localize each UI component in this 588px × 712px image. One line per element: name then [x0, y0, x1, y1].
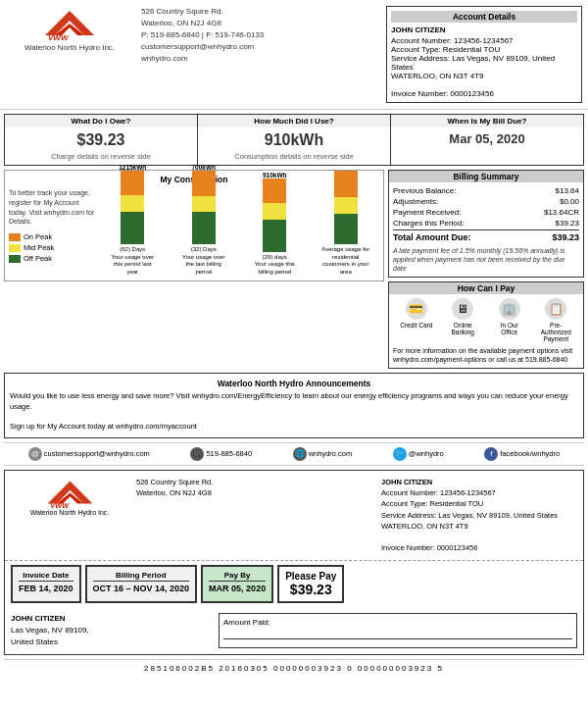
bars-container: 1215kWh(62) Days Your usage over this pe…	[99, 188, 379, 277]
credit-card-icon: 💳	[406, 298, 427, 320]
billing-row-adjustments: Adjustments: $0.00	[393, 197, 579, 206]
billing-period-label: Billing Period	[93, 571, 190, 582]
billing-period-cell: Billing Period OCT 16 – NOV 14, 2020	[85, 565, 198, 603]
owe-sub: Charge details on reverse side	[9, 152, 193, 161]
office-icon: 🏢	[499, 298, 520, 320]
on-peak-label: On Peak	[24, 232, 52, 241]
web-icon: 🌐	[293, 447, 307, 461]
social-web: 🌐 wnhydro.com	[293, 447, 353, 461]
billing-total: Total Amount Due: $39.23	[393, 229, 579, 242]
mid-peak-color	[9, 244, 21, 252]
due-value: Mar 05, 2020	[395, 131, 579, 146]
chart-area: To better track your usage, register for…	[9, 188, 379, 277]
owe-cell: What Do I Owe? $39.23 Charge details on …	[5, 115, 198, 165]
register-text: To better track your usage, register for…	[9, 188, 97, 227]
barcode-text: 285106002B5 20160305 00000003923 0 00000…	[144, 664, 444, 673]
billing-box: Billing Summary Previous Balance: $13.64…	[388, 170, 584, 278]
customer-address: JOHN CITIZEN Las Vegas, NV 89109, United…	[11, 613, 207, 648]
amount-paid-box: Amount Paid:	[219, 613, 577, 648]
pay-preauth: 📋 Pre-Authorized Payment	[538, 298, 573, 342]
amount-paid-label: Amount Paid:	[223, 618, 572, 627]
legend-off-peak: Off Peak	[9, 254, 97, 263]
pay-credit-card: 💳 Credit Card	[399, 298, 434, 342]
header: VWW Waterloo North Hydro Inc. 526 Countr…	[0, 0, 588, 110]
summary-row: What Do I Owe? $39.23 Charge details on …	[4, 114, 584, 166]
remittance-address: 526 Country Squire Rd. Waterloo, ON N2J …	[136, 477, 373, 554]
barcode-line: 285106002B5 20160305 00000003923 0 00000…	[4, 659, 584, 677]
announcements-text1: Would you like to use less energy and sa…	[10, 391, 578, 412]
remittance-company-name: Waterloo North Hydro Inc.	[30, 509, 110, 516]
company-address: 526 Country Squire Rd. Waterloo, ON N2J …	[133, 6, 386, 103]
remittance-account-name: JOHN CITIZEN	[381, 477, 577, 487]
pay-online: 🖥 Online Banking	[445, 298, 480, 342]
billing-row-previous: Previous Balance: $13.64	[393, 186, 579, 195]
remittance-logo-svg: VWW	[43, 477, 97, 509]
due-label: When Is My Bill Due?	[391, 115, 583, 127]
owe-label: What Do I Owe?	[5, 115, 197, 127]
main-content: My Consumption To better track your usag…	[4, 170, 584, 369]
announcements-text2: Sign up for My Account today at wnhydro.…	[10, 422, 578, 432]
remittance-account: JOHN CITIZEN Account Number: 123456-1234…	[381, 477, 577, 554]
social-phone: 📞 519-885-6840	[190, 447, 252, 461]
social-facebook: f facebook/wnhydro	[484, 447, 560, 461]
invoice-date-cell: Invoice Date FEB 14, 2020	[11, 565, 81, 603]
svg-text:VWW: VWW	[48, 33, 70, 41]
account-details-title: Account Details	[391, 11, 577, 23]
invoice-date-value: FEB 14, 2020	[19, 584, 74, 593]
remittance-bottom: JOHN CITIZEN Las Vegas, NV 89109, United…	[5, 607, 583, 654]
please-pay-value: $39.23	[285, 582, 336, 597]
preauth-icon: 📋	[545, 298, 566, 320]
on-peak-color	[9, 233, 21, 241]
pay-note: For more information on the available pa…	[393, 346, 579, 364]
phone-icon: 📞	[190, 447, 204, 461]
customer-name: JOHN CITIZEN	[11, 613, 207, 625]
svg-marker-3	[47, 482, 92, 504]
amount-paid-line	[223, 638, 572, 639]
mid-peak-label: Mid Peak	[24, 243, 54, 252]
twitter-icon: 🐦	[393, 447, 407, 461]
billing-row-charges: Charges this Period: $39.23	[393, 219, 579, 228]
usage-value: 910kWh	[202, 131, 386, 149]
pay-title: How Can I Pay	[389, 282, 583, 294]
pay-office: 🏢 In Our Office	[492, 298, 527, 342]
owe-value: $39.23	[9, 131, 193, 149]
billing-title: Billing Summary	[389, 171, 583, 182]
please-pay-label: Please Pay	[285, 571, 336, 582]
late-note: A late payment fee of 1.5% monthly (19.5…	[393, 246, 579, 273]
online-banking-icon: 🖥	[452, 298, 473, 320]
invoice-date-label: Invoice Date	[19, 571, 74, 582]
bar-group-2: 910kWh(29) days Your usage this billing …	[250, 172, 299, 277]
company-logo: VWW	[40, 6, 99, 41]
announcements-box: Waterloo North Hydro Announcements Would…	[4, 373, 584, 438]
footer-social: @ customersupport@wnhydro.com 📞 519-885-…	[4, 442, 584, 466]
due-cell: When Is My Bill Due? Mar 05, 2020	[391, 115, 583, 165]
off-peak-color	[9, 255, 21, 263]
billing-row-payment: Payment Received: $13.64CR	[393, 208, 579, 217]
social-twitter: 🐦 @wnhydro	[393, 447, 444, 461]
bar-group-3: Average usage for residential customers …	[321, 171, 370, 277]
pay-icons: 💳 Credit Card 🖥 Online Banking 🏢 In Our …	[393, 298, 579, 342]
chart-left: To better track your usage, register for…	[9, 188, 97, 277]
remittance-logo: VWW Waterloo North Hydro Inc.	[11, 477, 128, 554]
remittance-section: VWW Waterloo North Hydro Inc. 526 Countr…	[4, 470, 584, 655]
invoice-bar: Invoice Date FEB 14, 2020 Billing Period…	[11, 565, 577, 603]
social-email: @ customersupport@wnhydro.com	[28, 447, 150, 461]
bar-group-0: 1215kWh(62) Days Your usage over this pe…	[108, 164, 157, 277]
pay-by-cell: Pay By MAR 05, 2020	[201, 565, 273, 603]
right-panel: Billing Summary Previous Balance: $13.64…	[388, 170, 584, 369]
pay-box: How Can I Pay 💳 Credit Card 🖥 Online Ban…	[388, 281, 584, 369]
email-icon: @	[28, 447, 42, 461]
usage-cell: How Much Did I Use? 910kWh Consumption d…	[198, 115, 391, 165]
account-holder-name: JOHN CITIZEN	[391, 25, 577, 34]
pay-by-label: Pay By	[209, 571, 266, 582]
consumption-box: My Consumption To better track your usag…	[4, 170, 384, 281]
svg-marker-0	[45, 11, 94, 35]
bar-group-1: 700kWh(32) Days Your usage over the last…	[179, 164, 228, 277]
svg-text:VWW: VWW	[50, 501, 70, 509]
chart-legend: On Peak Mid Peak Off Peak	[9, 232, 97, 263]
billing-period-value: OCT 16 – NOV 14, 2020	[93, 584, 190, 593]
remittance-top: VWW Waterloo North Hydro Inc. 526 Countr…	[5, 471, 583, 561]
logo-area: VWW Waterloo North Hydro Inc.	[6, 6, 133, 103]
facebook-icon: f	[484, 447, 498, 461]
logo-box: VWW	[40, 6, 99, 41]
